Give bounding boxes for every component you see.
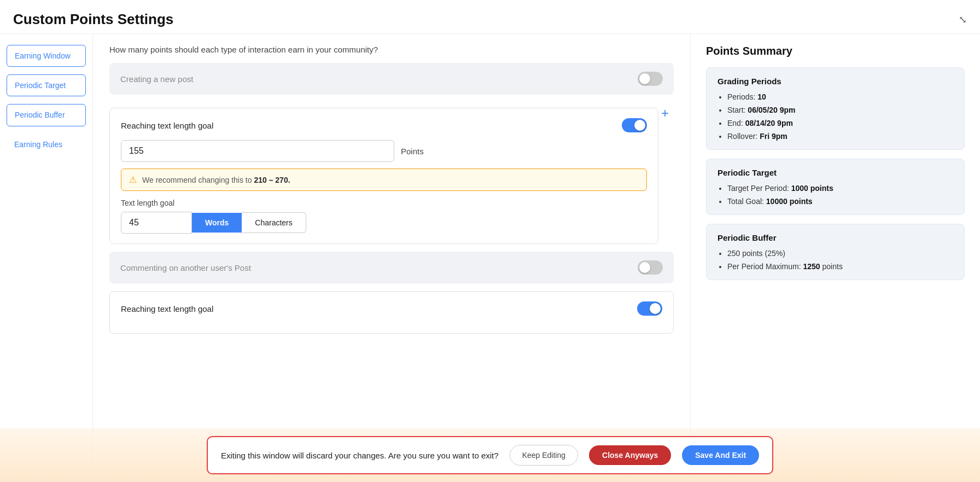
points-input-text-length[interactable] bbox=[121, 140, 394, 162]
periodic-buffer-item-1: Per Period Maximum: 1250 points bbox=[727, 262, 953, 271]
sidebar-item-earning-rules[interactable]: Earning Rules bbox=[7, 134, 86, 155]
bottom-bar: Exiting this window will discard your ch… bbox=[0, 428, 980, 482]
periodic-buffer-item-0: 250 points (25%) bbox=[727, 249, 953, 258]
sub-block-text-length: Reaching text length goal Points bbox=[109, 108, 658, 244]
interaction-block-comment: Commenting on another user's Post bbox=[109, 252, 674, 283]
save-and-exit-button[interactable]: Save And Exit bbox=[682, 445, 759, 465]
warning-box: ⚠ We recommend changing this to 210 – 27… bbox=[121, 169, 647, 191]
warning-icon: ⚠ bbox=[129, 175, 137, 185]
characters-button[interactable]: Characters bbox=[242, 212, 306, 233]
content-description: How many points should each type of inte… bbox=[109, 45, 674, 54]
points-label: Points bbox=[401, 147, 424, 156]
toggle-text-length[interactable] bbox=[622, 118, 647, 132]
words-button[interactable]: Words bbox=[192, 213, 242, 233]
grading-periods-item-3: Rollover: Fri 9pm bbox=[727, 132, 953, 141]
sidebar-item-periodic-target[interactable]: Periodic Target bbox=[7, 74, 86, 96]
keep-editing-button[interactable]: Keep Editing bbox=[510, 445, 578, 466]
content-area: How many points should each type of inte… bbox=[93, 34, 690, 482]
text-length-section: Text length goal Words Characters bbox=[121, 199, 647, 234]
interaction-label-new-post: Creating a new post bbox=[120, 74, 193, 84]
summary-card-grading-periods: Grading Periods Periods: 10 Start: 06/05… bbox=[706, 67, 965, 150]
text-length-input[interactable] bbox=[121, 212, 192, 234]
periodic-target-item-0: Target Per Period: 1000 points bbox=[727, 184, 953, 193]
periodic-target-item-1: Total Goal: 10000 points bbox=[727, 197, 953, 206]
sub-block-text-length-2: Reaching text length goal bbox=[109, 291, 674, 334]
grading-periods-item-1: Start: 06/05/20 9pm bbox=[727, 106, 953, 114]
exit-message: Exiting this window will discard your ch… bbox=[221, 451, 499, 460]
sidebar-item-earning-window[interactable]: Earning Window bbox=[7, 45, 86, 67]
sub-label-text-length: Reaching text length goal bbox=[121, 121, 213, 130]
periodic-buffer-title: Periodic Buffer bbox=[718, 233, 953, 242]
summary-title: Points Summary bbox=[706, 45, 965, 57]
periodic-target-title: Periodic Target bbox=[718, 168, 953, 177]
toggle-comment[interactable] bbox=[638, 260, 663, 275]
toggle-text-length-2[interactable] bbox=[637, 301, 662, 316]
summary-card-periodic-target: Periodic Target Target Per Period: 1000 … bbox=[706, 159, 965, 215]
grading-periods-item-0: Periods: 10 bbox=[727, 92, 953, 101]
add-interaction-button[interactable]: + bbox=[656, 104, 674, 122]
grading-periods-title: Grading Periods bbox=[718, 77, 953, 86]
interaction-block-new-post: Creating a new post bbox=[109, 63, 674, 95]
warning-text: We recommend changing this to 210 – 270. bbox=[142, 176, 290, 184]
summary-panel: Points Summary Grading Periods Periods: … bbox=[690, 34, 980, 482]
summary-card-periodic-buffer: Periodic Buffer 250 points (25%) Per Per… bbox=[706, 224, 965, 280]
interaction-label-comment: Commenting on another user's Post bbox=[120, 263, 251, 272]
page-title: Custom Points Settings bbox=[13, 11, 173, 28]
sidebar-item-periodic-buffer[interactable]: Periodic Buffer bbox=[7, 104, 86, 126]
grading-periods-item-2: End: 08/14/20 9pm bbox=[727, 119, 953, 127]
sub-label-text-length-2: Reaching text length goal bbox=[121, 304, 213, 313]
sidebar: Earning Window Periodic Target Periodic … bbox=[0, 34, 93, 482]
toggle-new-post[interactable] bbox=[638, 72, 663, 86]
text-length-goal-label: Text length goal bbox=[121, 199, 647, 207]
close-anyways-button[interactable]: Close Anyways bbox=[589, 445, 671, 465]
collapse-icon[interactable]: ⤡ bbox=[959, 14, 967, 26]
